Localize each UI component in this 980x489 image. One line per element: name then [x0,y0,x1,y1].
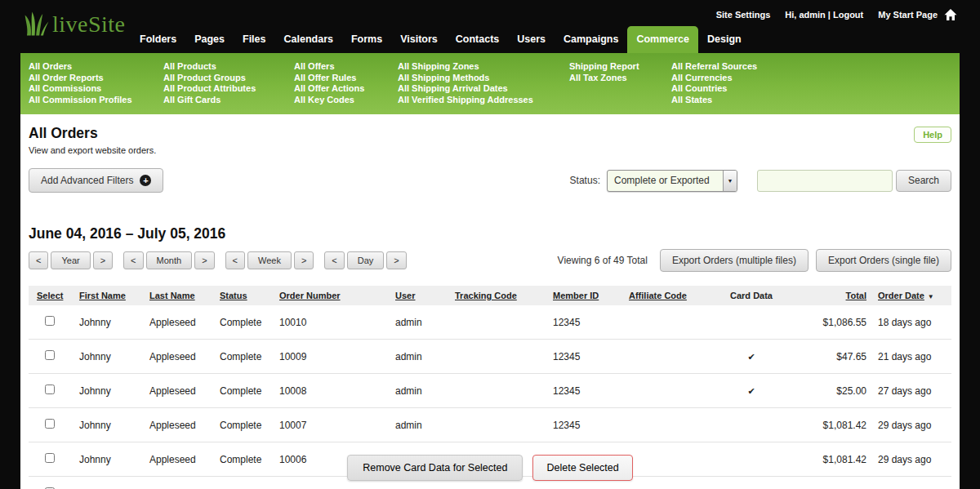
header-order-number[interactable]: Order Number [279,291,341,300]
tab-forms[interactable]: Forms [342,26,391,53]
week-button[interactable]: Week [247,251,292,269]
month-button[interactable]: Month [146,251,193,269]
subnav-link-all-product-attributes[interactable]: All Product Attributes [163,83,294,95]
prev-year-button[interactable]: < [29,251,48,269]
subnav-link-all-products[interactable]: All Products [163,61,294,73]
next-month-button[interactable]: > [194,251,214,269]
cell-affiliate-code [621,340,702,374]
subnav-link-all-offers[interactable]: All Offers [294,61,398,73]
row-checkbox[interactable] [45,350,55,360]
cell-order-number: 10010 [271,305,387,340]
tab-design[interactable]: Design [698,26,751,53]
subnav-link-all-shipping-methods[interactable]: All Shipping Methods [398,73,569,84]
row-checkbox[interactable] [45,316,55,326]
cell-affiliate-code [621,408,702,442]
home-icon[interactable] [944,8,957,21]
cell-total: $25.00 [800,374,870,408]
prev-month-button[interactable]: < [123,251,143,269]
tab-folders[interactable]: Folders [131,26,185,53]
header-status[interactable]: Status [220,291,247,300]
year-button[interactable]: Year [51,251,90,269]
page-title: All Orders [29,114,951,142]
search-input[interactable] [757,170,893,192]
cell-member-id: 12345 [545,408,621,442]
cell-order-number: 10009 [271,340,387,374]
subnav-link-all-shipping-zones[interactable]: All Shipping Zones [398,61,569,73]
subnav-link-all-referral-sources[interactable]: All Referral Sources [671,61,960,73]
table-header-row: Select First Name Last Name Status Order… [29,286,951,305]
tab-contacts[interactable]: Contacts [447,26,508,53]
subnav-link-all-orders[interactable]: All Orders [29,61,163,73]
content-area: Help All Orders View and export website … [20,114,960,489]
month-nav-group: < Month > [123,251,214,269]
subnav-link-all-countries[interactable]: All Countries [671,83,960,95]
header-first-name[interactable]: First Name [79,291,126,300]
header-select[interactable]: Select [37,291,63,300]
cell-first-name: Johnny [71,374,141,408]
row-checkbox[interactable] [45,419,55,429]
cell-last-name: Appleseed [141,374,212,408]
header-order-date[interactable]: Order Date [878,291,924,300]
subnav-link-all-commissions[interactable]: All Commissions [29,83,163,95]
header-total[interactable]: Total [846,291,866,300]
status-search-group: Status: Complete or Exported ▼ Search [570,170,951,192]
tab-files[interactable]: Files [234,26,275,53]
livesite-logo[interactable]: liveSite [24,11,126,37]
day-button[interactable]: Day [347,251,385,269]
header-user[interactable]: User [395,291,415,300]
tab-calendars[interactable]: Calendars [275,26,342,53]
cell-tracking-code [447,408,545,442]
remove-card-data-button[interactable]: Remove Card Data for Selected [347,455,523,481]
subnav-link-all-key-codes[interactable]: All Key Codes [294,95,398,106]
subnav-link-all-gift-cards[interactable]: All Gift Cards [163,95,294,106]
my-start-page-link[interactable]: My Start Page [878,10,938,20]
cell-user: admin [387,408,447,442]
export-orders-multiple-button[interactable]: Export Orders (multiple files) [660,249,808,272]
tab-pages[interactable]: Pages [185,26,234,53]
cell-tracking-code [447,305,545,340]
next-week-button[interactable]: > [294,251,314,269]
export-orders-single-button[interactable]: Export Orders (single file) [816,249,951,272]
subnav-link-all-offer-actions[interactable]: All Offer Actions [294,83,398,95]
grass-logo-icon [24,11,49,37]
add-advanced-filters-button[interactable]: Add Advanced Filters + [29,168,163,193]
prev-week-button[interactable]: < [225,251,245,269]
next-year-button[interactable]: > [93,251,113,269]
header-member-id[interactable]: Member ID [553,291,599,300]
cell-member-id: 12345 [545,374,621,408]
subnav-link-all-currencies[interactable]: All Currencies [671,73,960,84]
header-tracking-code[interactable]: Tracking Code [455,291,517,300]
subnav-link-all-shipping-arrival-dates[interactable]: All Shipping Arrival Dates [398,83,569,95]
cell-member-id: 12345 [545,340,621,374]
row-checkbox[interactable] [45,385,55,394]
cell-first-name: Johnny [71,408,141,442]
tab-campaigns[interactable]: Campaigns [555,26,627,53]
cell-total: $1,081.42 [800,408,870,442]
subnav-link-all-tax-zones[interactable]: All Tax Zones [569,73,671,84]
subnav-link-all-product-groups[interactable]: All Product Groups [163,73,294,84]
header-affiliate-code[interactable]: Affiliate Code [629,291,687,300]
tab-visitors[interactable]: Visitors [391,26,447,53]
subnav-link-shipping-report[interactable]: Shipping Report [569,61,671,73]
subnav-link-all-offer-rules[interactable]: All Offer Rules [294,73,398,84]
site-settings-link[interactable]: Site Settings [716,10,771,20]
help-button[interactable]: Help [914,127,951,143]
header-last-name[interactable]: Last Name [149,291,195,300]
status-select[interactable]: Complete or Exported ▼ [607,170,737,192]
subnav-link-all-verified-shipping-addresses[interactable]: All Verified Shipping Addresses [398,95,569,106]
user-greeting-logout-link[interactable]: Hi, admin | Logout [785,10,863,20]
subnav-link-all-commission-profiles[interactable]: All Commission Profiles [29,95,163,106]
cell-affiliate-code [621,305,702,340]
cell-last-name: Appleseed [141,408,212,442]
search-button[interactable]: Search [896,170,951,192]
delete-selected-button[interactable]: Delete Selected [532,455,632,481]
subnav-link-all-states[interactable]: All States [671,95,960,106]
status-selected-value: Complete or Exported [608,175,723,186]
subnav-link-all-order-reports[interactable]: All Order Reports [29,73,163,84]
tab-commerce[interactable]: Commerce [627,26,698,53]
subnav-col-orders: All Orders All Order Reports All Commiss… [29,61,163,114]
period-controls-row: < Year > < Month > < Week > < Day > View… [29,249,951,272]
prev-day-button[interactable]: < [324,251,344,269]
tab-users[interactable]: Users [508,26,555,53]
next-day-button[interactable]: > [386,251,406,269]
